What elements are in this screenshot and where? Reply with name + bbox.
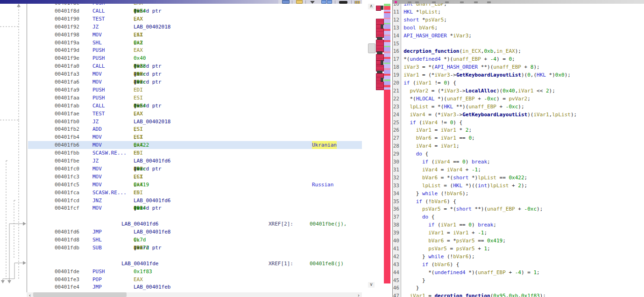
minimap-block[interactable] xyxy=(381,6,383,10)
overview-color-block[interactable] xyxy=(384,81,390,85)
listing-row[interactable]: 00401fb6MOVEAX,0x422Ukranian xyxy=(0,141,362,149)
listing-row[interactable]: 00401f9dPUSHEAX xyxy=(0,46,362,54)
listing-row[interactable]: 00401faeTESTEAX,EAX xyxy=(0,110,362,118)
listing-row[interactable]: 00401f9ePUSH0x40 xyxy=(0,54,362,62)
code-line[interactable]: iVar4 = iVar1; xyxy=(397,142,644,150)
listing-row[interactable]: 00401fb2ADDESI,ESI xyxy=(0,125,362,133)
field-formatter-icon[interactable] xyxy=(354,1,360,4)
code-line[interactable]: } xyxy=(397,284,644,292)
snapshot-icon[interactable] xyxy=(296,0,303,4)
scroll-right-button[interactable]: › xyxy=(355,292,362,297)
overview-color-block[interactable] xyxy=(384,13,390,18)
code-line[interactable]: iVar3 = *(API_HASH_ORDER **)(unaff_EBP +… xyxy=(397,64,644,71)
code-line[interactable]: *(HLOCAL *)(unaff_EBP + -0xc) = pvVar2; xyxy=(397,95,644,103)
overview-color-block[interactable] xyxy=(384,76,390,79)
disassembly-listing[interactable]: 00401f8cPUSHEAX00401f8dCALLdword ptr [EB… xyxy=(0,0,362,297)
code-line[interactable]: API_HASH_ORDER *iVar3; xyxy=(397,32,644,40)
listing-row[interactable]: 00401fbbSCASW.RE...ES:EDI xyxy=(0,149,362,157)
listing-row[interactable]: 00401fa9PUSHEDI xyxy=(0,86,362,94)
diff-view-icon[interactable] xyxy=(327,0,332,4)
code-line[interactable]: bVar6 = iVar1 == 0; xyxy=(397,134,644,142)
code-line[interactable]: iVar4 = (*iVar3->GetKeyboardLayoutList)(… xyxy=(397,111,644,119)
code-line[interactable]: do { xyxy=(397,213,644,221)
toolbar-icon[interactable] xyxy=(432,1,436,3)
search-binoculars-icon[interactable] xyxy=(339,1,347,4)
overview-color-block[interactable] xyxy=(384,6,390,10)
toolbar-icon[interactable] xyxy=(487,1,491,3)
listing-row[interactable]: 00401f9aSHLEAX,0x2 xyxy=(0,39,362,47)
code-line[interactable]: *(undefined4 *)(unaff_EBP + -4) = 1; xyxy=(397,269,644,277)
minimap-block[interactable] xyxy=(381,78,383,82)
code-line[interactable]: } while (!bVar6); xyxy=(397,190,644,198)
code-line[interactable] xyxy=(397,40,644,48)
xref-address[interactable]: 00401fbe(j), xyxy=(310,220,347,228)
overview-color-block[interactable] xyxy=(384,36,390,40)
toolbar-icon[interactable] xyxy=(408,1,411,3)
listing-row[interactable]: 00401fa0CALLdword ptr [EBX + 0x38] xyxy=(0,62,362,70)
code-line[interactable]: lpList = *(HKL **)(unaff_EBP + -0xc); xyxy=(397,103,644,111)
listing-row[interactable]: 00401f8dCALLdword ptr [EBX + 0x54] xyxy=(0,7,362,15)
code-line[interactable]: if (iVar1 == 0) break; xyxy=(397,221,644,229)
listing-row[interactable]: 00401fcdJNZLAB_00401fd6 xyxy=(0,197,362,205)
code-line[interactable]: if (iVar4 == 0) break; xyxy=(397,158,644,166)
overview-color-block[interactable] xyxy=(384,31,390,35)
listing-row[interactable]: 00401fe3POPEAX xyxy=(0,276,362,283)
listing-row[interactable]: 00401f90TESTEAX,EAX xyxy=(0,15,362,23)
code-line[interactable]: } while (!bVar6); xyxy=(397,253,644,261)
scroll-down-button[interactable]: ∨ xyxy=(368,282,375,288)
overview-color-block[interactable] xyxy=(384,70,390,74)
listing-row[interactable]: 00401fc5MOVEAX,0x419Russian xyxy=(0,181,362,189)
overview-color-block[interactable] xyxy=(384,19,390,23)
code-line[interactable]: iVar1 = decrption_function(0x95,0xb,0x1f… xyxy=(397,292,644,297)
code-line[interactable]: if (!bVar6) { xyxy=(397,198,644,206)
code-line[interactable]: do { xyxy=(397,150,644,158)
listing-row[interactable]: 00401fb4MOVECX,ESI xyxy=(0,133,362,141)
cursor-follow-icon[interactable] xyxy=(310,1,315,4)
code-line[interactable]: iVar1 = (*iVar3->GetKeyboardLayoutList)(… xyxy=(397,71,644,79)
listing-row[interactable]: 00401fe4JMPLAB_00401feb xyxy=(0,283,362,291)
listing-row[interactable]: 00401fcfMOVdword ptr [EBP + -0x4],0x1 xyxy=(0,204,362,212)
code-line[interactable]: if (bVar6) { xyxy=(397,261,644,269)
diff-view-icon[interactable] xyxy=(321,0,326,4)
listing-row[interactable]: 00401fc0MOVEDI,dword ptr [EBP + -0xc] xyxy=(0,165,362,173)
toolbar-icon[interactable] xyxy=(415,1,419,3)
scroll-up-button[interactable]: ∧ xyxy=(368,4,375,9)
overview-color-block[interactable] xyxy=(384,90,390,283)
listing-row[interactable]: 00401fa3MOVdword ptr [EBP + -0xc],EAX xyxy=(0,70,362,78)
code-line[interactable]: decrption_function(in_ECX,0xb,in_EAX); xyxy=(397,48,644,56)
code-line[interactable]: psVar5 = psVar5 + 1; xyxy=(397,245,644,253)
listing-row[interactable]: 00401f98MOVESI,EAX xyxy=(0,31,362,39)
code-line[interactable]: HKL *lpList; xyxy=(397,8,644,16)
code-line[interactable]: psVar5 = *(short **)(unaff_EBP + -0xc); xyxy=(397,205,644,213)
listing-row[interactable]: 00401fdbSUBdword ptr [EBX + -0x72],EDI xyxy=(0,244,362,252)
minimap-block[interactable] xyxy=(376,40,384,52)
code-line[interactable]: lpList = (HKL *)((int)lpList + 2); xyxy=(397,182,644,190)
toolbar-icon[interactable] xyxy=(445,1,449,3)
scrollbar-thumb[interactable] xyxy=(368,43,375,53)
copy-view-icon[interactable] xyxy=(282,0,290,4)
overview-color-block[interactable] xyxy=(384,59,390,63)
listing-row[interactable]: 00401fa6MOVEDI,dword ptr [EBP + -0xc] xyxy=(0,78,362,86)
overview-color-block[interactable] xyxy=(384,42,390,46)
scrollbar-thumb[interactable] xyxy=(33,292,127,297)
listing-row[interactable]: 00401fb0JZLAB_00402018 xyxy=(0,118,362,126)
listing-row[interactable]: 00401f92JZLAB_00402018 xyxy=(0,23,362,31)
minimap-block[interactable] xyxy=(376,82,384,90)
listing-label-row[interactable]: LAB_00401fdeXREF[1]:00401fe8(j) xyxy=(0,260,362,268)
toolbar-icon[interactable] xyxy=(460,1,464,3)
listing-row[interactable]: 00401fdePUSH0x1f83 xyxy=(0,268,362,276)
code-line[interactable]: iVar4 = iVar4 + -1; xyxy=(397,166,644,174)
code-line[interactable]: bVar6 = *(short *)lpList == 0x422; xyxy=(397,174,644,182)
overview-color-block[interactable] xyxy=(384,24,390,29)
listing-label-row[interactable]: LAB_00401fd6XREF[2]:00401fbe(j), xyxy=(0,220,362,228)
code-line[interactable]: bool bVar6; xyxy=(397,24,644,32)
toolbar-icon[interactable] xyxy=(474,1,478,3)
listing-row[interactable]: 00401fbeJZLAB_00401fd6 xyxy=(0,157,362,165)
listing-horizontal-scrollbar[interactable]: ‹ › xyxy=(27,292,362,297)
minimap-block[interactable] xyxy=(381,60,383,65)
listing-row[interactable]: 00401fabCALLdword ptr [EBX + 0x54] xyxy=(0,102,362,110)
listing-row[interactable]: 00401fcaSCASW.RE...ES:EDI xyxy=(0,189,362,197)
listing-vertical-scrollbar[interactable]: ∧ ∨ xyxy=(367,4,375,293)
minimap-block[interactable] xyxy=(376,28,384,38)
code-line[interactable]: iVar1 = iVar1 * 2; xyxy=(397,127,644,134)
